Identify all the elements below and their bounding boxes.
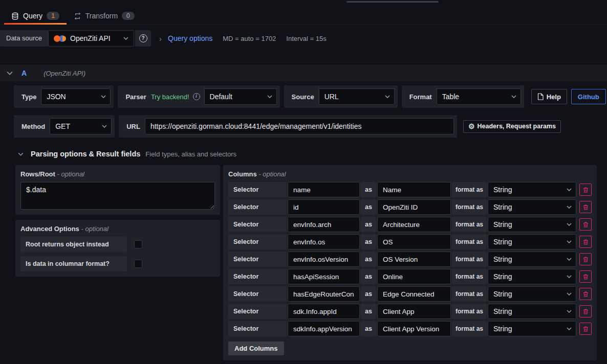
delete-column-button[interactable] (579, 305, 592, 317)
column-format-select[interactable]: String (488, 321, 576, 336)
rows-root-panel: Rows/Root - optional $.data (15, 165, 220, 215)
column-row: Selector as format as String (228, 199, 592, 215)
column-format-select[interactable]: String (488, 269, 576, 284)
tab-transform[interactable]: Transform 0 (67, 7, 142, 25)
advanced-options-label: Advanced Options (20, 225, 79, 233)
column-selector-input[interactable] (288, 321, 360, 336)
as-chip: as (361, 269, 376, 284)
as-chip: as (361, 199, 376, 215)
headers-request-params-button[interactable]: ⚙ Headers, Request params (463, 120, 561, 133)
column-selector-input[interactable] (288, 234, 360, 249)
method-select[interactable]: GET (50, 118, 112, 134)
root-returns-object-checkbox[interactable] (134, 240, 142, 248)
column-alias-input[interactable] (377, 269, 451, 284)
chevron-down-icon (101, 95, 106, 98)
column-selector-input[interactable] (288, 217, 360, 232)
column-alias-input[interactable] (377, 182, 451, 197)
query-row-header: A (OpenZiti API) (0, 65, 607, 81)
column-alias-input[interactable] (377, 252, 451, 267)
column-alias-input[interactable] (377, 234, 451, 249)
help-button[interactable]: Help (531, 89, 567, 104)
column-format-value: String (493, 272, 512, 281)
selector-chip: Selector (228, 217, 287, 232)
trash-icon (582, 308, 589, 315)
url-field: URL (119, 115, 457, 138)
columns-optional: - optional (258, 170, 286, 178)
max-data-points-text: MD = auto = 1702 (223, 35, 276, 42)
url-input[interactable] (145, 118, 454, 134)
column-alias-input[interactable] (377, 304, 451, 319)
column-alias-input[interactable] (377, 286, 451, 302)
column-selector-input[interactable] (288, 199, 360, 215)
type-label: Type (17, 93, 41, 101)
column-format-value: String (493, 290, 512, 298)
column-format-select[interactable]: String (488, 199, 576, 215)
source-value: URL (324, 93, 339, 101)
info-circle-icon: i (193, 93, 200, 100)
column-selector-input[interactable] (288, 304, 360, 319)
column-format-select[interactable]: String (488, 286, 576, 302)
tab-query[interactable]: Query 1 (4, 7, 67, 25)
query-options-toggle[interactable]: Query options (168, 34, 212, 42)
column-format-select[interactable]: String (488, 234, 576, 249)
delete-column-button[interactable] (579, 218, 592, 231)
datasource-help-button[interactable]: ? (135, 30, 151, 47)
column-format-select[interactable]: String (488, 304, 576, 319)
root-returns-object-label: Root returns object instead array? (20, 237, 127, 252)
columns-label: Columns (228, 170, 257, 178)
try-backend-hint: Try backend! (151, 93, 189, 101)
parsing-options-header[interactable]: Parsing options & Result fields Field ty… (18, 150, 597, 158)
trash-icon (582, 204, 589, 211)
column-format-select[interactable]: String (488, 217, 576, 232)
delete-column-button[interactable] (579, 184, 592, 196)
delete-column-button[interactable] (579, 253, 592, 265)
type-field: Type JSON (14, 85, 114, 108)
add-columns-button[interactable]: Add Columns (228, 342, 284, 355)
editor-tabbar: Query 1 Transform 0 (0, 0, 607, 25)
type-value: JSON (47, 93, 66, 101)
format-as-chip: format as (452, 321, 487, 336)
gear-icon: ⚙ (468, 123, 475, 130)
chevron-down-icon (567, 258, 572, 261)
delete-column-button[interactable] (579, 323, 592, 335)
column-selector-input[interactable] (288, 269, 360, 284)
format-as-chip: format as (452, 269, 487, 284)
datasource-picker[interactable]: OpenZiti API (48, 30, 134, 47)
column-row: Selector as format as String (228, 234, 592, 249)
column-row: Selector as format as String (228, 182, 592, 197)
column-format-select[interactable]: String (488, 252, 576, 267)
column-alias-input[interactable] (377, 217, 451, 232)
format-select[interactable]: Table (437, 88, 521, 105)
column-selector-input[interactable] (288, 286, 360, 302)
github-button[interactable]: Github (571, 89, 606, 104)
query-toolbar: Data source OpenZiti API ? › Query optio… (0, 25, 607, 52)
drawer-resize-handle[interactable] (346, 1, 439, 3)
columnar-format-checkbox[interactable] (134, 260, 142, 268)
parsing-options-title: Parsing options & Result fields (31, 150, 140, 158)
parsing-options-subtitle: Field types, alias and selectors (145, 150, 236, 158)
trash-icon (582, 187, 589, 193)
query-editor-body: Type JSON Parser Try backend! i Default … (14, 85, 597, 360)
column-selector-input[interactable] (288, 182, 360, 197)
column-alias-input[interactable] (377, 199, 451, 215)
columns-rows: Selector as format as String Selector as… (228, 182, 592, 336)
column-format-select[interactable]: String (488, 182, 576, 197)
selector-chip: Selector (228, 304, 287, 319)
source-select[interactable]: URL (319, 88, 395, 105)
advanced-option-row: Root returns object instead array? (20, 237, 215, 252)
parser-label: Parser (121, 93, 150, 101)
delete-column-button[interactable] (579, 288, 592, 300)
format-as-chip: format as (452, 217, 487, 232)
type-select[interactable]: JSON (41, 88, 111, 105)
chevron-down-icon (567, 275, 572, 278)
collapse-query-chevron-icon[interactable] (7, 71, 13, 75)
datasource-value: OpenZiti API (70, 34, 119, 42)
delete-column-button[interactable] (579, 201, 592, 213)
delete-column-button[interactable] (579, 270, 592, 283)
column-alias-input[interactable] (377, 321, 451, 336)
parser-select[interactable]: Default (204, 88, 277, 105)
advanced-option-row: Is data in columnar format? (20, 256, 215, 271)
delete-column-button[interactable] (579, 236, 592, 248)
column-selector-input[interactable] (288, 252, 360, 267)
rows-root-textarea[interactable]: $.data (20, 182, 215, 210)
